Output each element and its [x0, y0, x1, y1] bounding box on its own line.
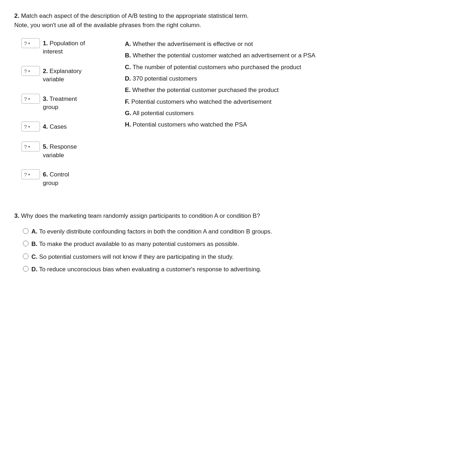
dropdown-4-chevron: ▾	[28, 125, 30, 129]
q3-opt-letter-b: B.	[31, 241, 37, 247]
q3-opt-letter-a: A.	[31, 228, 37, 235]
right-option-f: F. Potential customers who watched the a…	[125, 97, 462, 107]
item-1-label: 1. Population ofinterest	[43, 39, 85, 56]
right-option-h: H. Potential customers who watched the P…	[125, 120, 462, 129]
question-2: 2. Match each aspect of the description …	[14, 11, 462, 197]
match-row-4: ? ▾ 4. Cases	[21, 122, 103, 132]
dropdown-1-value: ?	[24, 40, 27, 46]
dropdown-4[interactable]: ? ▾	[21, 122, 40, 132]
q2-header: 2. Match each aspect of the description …	[14, 11, 462, 30]
right-options-list: A. Whether the advertisement is effectiv…	[125, 40, 462, 130]
item-4-number: 4.	[43, 123, 48, 130]
item-1-number: 1.	[43, 40, 48, 47]
dropdown-2-chevron: ▾	[28, 69, 30, 73]
opt-letter-e: E.	[125, 87, 131, 93]
opt-letter-f: F.	[125, 98, 130, 105]
item-5-label: 5. Responsevariable	[43, 143, 77, 160]
q3-opt-letter-c: C.	[31, 253, 37, 260]
q2-header-bold: 2.	[14, 12, 19, 19]
right-option-d: D. 370 potential customers	[125, 74, 462, 83]
dropdown-2[interactable]: ? ▾	[21, 66, 40, 76]
question-3: 3. Why does the marketing team randomly …	[14, 211, 462, 274]
q3-header-text: Why does the marketing team randomly ass…	[19, 212, 260, 219]
item-4-label: 4. Cases	[43, 123, 67, 131]
match-row-3: ? ▾ 3. Treatmentgroup	[21, 94, 103, 112]
item-2-number: 2.	[43, 68, 48, 75]
opt-letter-c: C.	[125, 64, 131, 71]
q3-option-a-text: A. To evenly distribute confounding fact…	[31, 227, 272, 236]
q2-header-note: Note, you won't use all of the available…	[14, 22, 201, 29]
match-label-wrapper-6: ? ▾ 6. Controlgroup	[21, 169, 69, 187]
dropdown-5-value: ?	[24, 144, 27, 150]
dropdown-5-chevron: ▾	[28, 145, 30, 149]
dropdown-1[interactable]: ? ▾	[21, 38, 40, 48]
opt-letter-d: D.	[125, 75, 131, 82]
right-option-e: E. Whether the potential customer purcha…	[125, 86, 462, 95]
q2-header-text: Match each aspect of the description of …	[19, 12, 249, 19]
match-label-wrapper-5: ? ▾ 5. Responsevariable	[21, 142, 77, 159]
radio-c[interactable]	[23, 253, 29, 259]
q2-content: ? ▾ 1. Population ofinterest ? ▾ 2	[14, 38, 462, 197]
match-label-wrapper-3: ? ▾ 3. Treatmentgroup	[21, 94, 77, 112]
match-row-1: ? ▾ 1. Population ofinterest	[21, 38, 103, 56]
item-6-label: 6. Controlgroup	[43, 170, 69, 188]
item-2-label: 2. Explanatoryvariable	[43, 67, 82, 84]
q3-header: 3. Why does the marketing team randomly …	[14, 211, 462, 221]
match-row-5: ? ▾ 5. Responsevariable	[21, 142, 103, 159]
opt-letter-h: H.	[125, 121, 131, 128]
match-label-wrapper-4: ? ▾ 4. Cases	[21, 122, 67, 132]
q2-left-column: ? ▾ 1. Population ofinterest ? ▾ 2	[21, 38, 103, 197]
radio-b[interactable]	[23, 241, 29, 246]
q3-opt-letter-d: D.	[31, 266, 37, 273]
dropdown-2-value: ?	[24, 68, 27, 74]
right-option-b: B. Whether the potential customer watche…	[125, 51, 462, 60]
q2-right-column: A. Whether the advertisement is effectiv…	[125, 38, 462, 132]
opt-letter-g: G.	[125, 110, 131, 117]
item-3-number: 3.	[43, 96, 48, 102]
item-6-number: 6.	[43, 171, 48, 178]
dropdown-3[interactable]: ? ▾	[21, 94, 40, 104]
q3-option-b-text: B. To make the product available to as m…	[31, 240, 239, 249]
opt-letter-b: B.	[125, 52, 131, 59]
dropdown-5[interactable]: ? ▾	[21, 142, 40, 151]
match-row-6: ? ▾ 6. Controlgroup	[21, 169, 103, 187]
q3-option-d: D. To reduce unconscious bias when evalu…	[23, 265, 462, 274]
q3-options-list: A. To evenly distribute confounding fact…	[14, 227, 462, 274]
q3-header-bold: 3.	[14, 212, 19, 219]
match-label-wrapper-2: ? ▾ 2. Explanatoryvariable	[21, 66, 82, 84]
q3-option-d-text: D. To reduce unconscious bias when evalu…	[31, 265, 262, 274]
dropdown-4-value: ?	[24, 124, 27, 130]
right-option-c: C. The number of potential customers who…	[125, 63, 462, 72]
match-label-wrapper-1: ? ▾ 1. Population ofinterest	[21, 38, 85, 56]
q3-option-c-text: C. So potential customers will not know …	[31, 252, 234, 262]
dropdown-3-value: ?	[24, 96, 27, 102]
dropdown-3-chevron: ▾	[28, 97, 30, 101]
radio-a[interactable]	[23, 228, 29, 234]
radio-d[interactable]	[23, 266, 29, 272]
match-row-2: ? ▾ 2. Explanatoryvariable	[21, 66, 103, 84]
q3-option-c: C. So potential customers will not know …	[23, 252, 462, 262]
item-5-number: 5.	[43, 143, 48, 150]
q3-option-b: B. To make the product available to as m…	[23, 240, 462, 249]
dropdown-6-chevron: ▾	[28, 173, 30, 176]
q3-option-a: A. To evenly distribute confounding fact…	[23, 227, 462, 236]
dropdown-6-value: ?	[24, 171, 27, 178]
opt-letter-a: A.	[125, 41, 131, 47]
item-3-label: 3. Treatmentgroup	[43, 95, 77, 112]
right-option-a: A. Whether the advertisement is effectiv…	[125, 40, 462, 49]
dropdown-6[interactable]: ? ▾	[21, 169, 40, 179]
right-option-g: G. All potential customers	[125, 109, 462, 118]
dropdown-1-chevron: ▾	[28, 41, 30, 45]
